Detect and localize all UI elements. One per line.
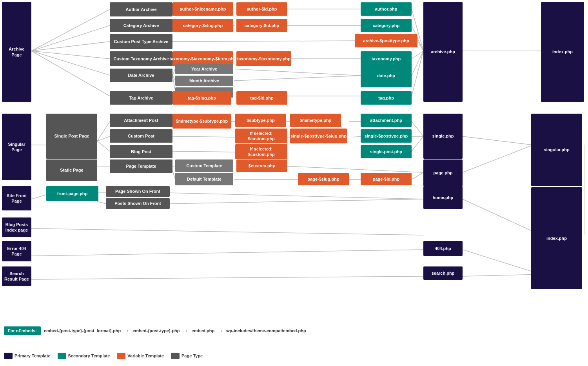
archive-page-node: Archive Page [2, 2, 31, 102]
svg-line-30 [97, 136, 110, 141]
single-posttype-slug-node: single-$posttype-$slug.php [290, 129, 347, 143]
embed-item-2: embed-{post-type}.php [132, 328, 180, 333]
svg-line-46 [286, 166, 423, 172]
attachment-post-node: Attachment Post [110, 114, 172, 127]
custom-template-node: Custom Template [175, 159, 233, 172]
svg-line-13 [417, 41, 423, 51]
singular-php-node: singular.php [531, 114, 582, 186]
legend-page-type-box [171, 353, 180, 359]
author-archive-node: Author Archive [110, 2, 172, 16]
default-template-node: Default Template [175, 173, 233, 185]
svg-line-49 [412, 172, 423, 179]
date-php-node: date.php [361, 64, 412, 87]
svg-line-31 [97, 141, 110, 151]
custom-php-node: $custom.php [236, 159, 287, 172]
embed-label: For oEmbeds: [4, 326, 41, 335]
php-404-node: 404.php [423, 241, 463, 256]
page-template-node: Page Template [110, 159, 172, 173]
legend-secondary-label: Secondary Template [68, 353, 110, 358]
category-slug-node: category-$slug.php [172, 19, 233, 32]
legend-primary: Primary Template [4, 353, 51, 359]
embed-arrow-1: → [124, 328, 129, 334]
svg-line-44 [172, 170, 175, 179]
home-php-node: home.php [423, 186, 463, 209]
mime-subtype-node: $mimetype-$subtype.php [172, 114, 231, 129]
if-selected-custom2-node: If selected: $custom.php [235, 144, 287, 159]
svg-line-0 [31, 9, 110, 51]
svg-line-63 [463, 274, 541, 276]
svg-line-16 [412, 51, 423, 59]
author-id-node: author-$id.php [236, 2, 287, 16]
svg-line-50 [463, 136, 533, 145]
svg-line-40 [172, 151, 235, 152]
legend-variable-label: Variable Template [127, 353, 164, 358]
taxonomy-tax-node: taxonomy-$taxonomy.php [236, 51, 291, 66]
legend-primary-box [4, 353, 13, 359]
single-posttype-node: single-$posttype.php [361, 129, 412, 143]
svg-line-51 [463, 145, 533, 172]
legend-variable-box [117, 353, 125, 359]
mimetype-php-node: $mimetype.php [290, 114, 341, 127]
legend-page-type-label: Page Type [181, 353, 203, 358]
tag-php-node: tag.php [361, 91, 412, 105]
svg-line-25 [412, 51, 423, 96]
category-archive-node: Category Archive [110, 19, 172, 32]
attachment-php-node: attachment.php [361, 114, 412, 127]
svg-line-19 [172, 75, 175, 91]
single-post-php-node: single-post.php [361, 145, 412, 158]
tag-slug-node: tag-$slug.php [172, 91, 231, 105]
error-404-node: Error 404 Page [2, 241, 31, 261]
author-nicename-node: author-$nicename.php [172, 2, 233, 16]
page-php-node: page.php [423, 159, 463, 186]
page-shown-front-node: Page Shown On Front [106, 186, 170, 197]
blog-post-node: Blog Post [110, 145, 172, 158]
legend-secondary: Secondary Template [58, 353, 110, 359]
year-archive-node: Year Archive [175, 64, 233, 74]
search-php-node: search.php [423, 266, 463, 280]
embed-item-1: embed-{post-type}-{post_format}.php [44, 328, 121, 333]
single-php-node: single.php [423, 114, 463, 159]
svg-line-59 [31, 228, 423, 235]
svg-line-1 [31, 25, 110, 51]
tag-archive-node: Tag Archive [110, 91, 172, 105]
date-archive-node: Date Archive [110, 69, 172, 82]
archive-php-node: archive.php [423, 2, 463, 102]
embed-arrow-3: → [218, 328, 223, 334]
custom-post-node: Custom Post [110, 129, 172, 143]
singular-page-node: Singular Page [2, 114, 31, 180]
svg-line-5 [31, 51, 110, 96]
svg-line-53 [31, 195, 46, 199]
svg-line-3 [31, 51, 110, 59]
diagram-container: Archive Page Author Archive author-$nice… [0, 0, 588, 366]
embed-item-4: wp-includes/theme-compat/embed.php [226, 328, 306, 333]
category-id-node: category-$id.php [236, 19, 287, 32]
legend: Primary Template Secondary Template Vari… [4, 353, 203, 359]
embed-bar: For oEmbeds: embed-{post-type}-{post_for… [4, 325, 306, 337]
svg-line-4 [31, 51, 110, 75]
if-selected-custom-node: If selected: $custom.php [235, 129, 287, 143]
site-front-page-node: Site Front Page [2, 186, 31, 210]
legend-secondary-box [58, 353, 66, 359]
svg-line-58 [463, 199, 541, 235]
svg-line-20 [234, 69, 361, 76]
svg-line-62 [31, 276, 423, 279]
svg-line-36 [172, 136, 235, 137]
subtype-php-node: $subtype.php [235, 114, 286, 127]
month-archive-node: Month Archive [175, 76, 233, 86]
svg-line-56 [169, 193, 423, 199]
static-page-node: Static Page [46, 159, 97, 181]
legend-variable: Variable Template [117, 353, 164, 359]
index-php-main-node: index.php [541, 2, 584, 102]
author-php-node: author.php [361, 2, 412, 16]
search-result-node: Search Result Page [2, 266, 31, 286]
custom-post-type-archive-node: Custom Post Type Archive [110, 34, 172, 49]
embed-arrow-2: → [183, 328, 189, 334]
svg-line-29 [97, 121, 110, 141]
front-page-php-node: front-page.php [46, 186, 98, 201]
svg-line-35 [412, 121, 423, 136]
svg-line-21 [234, 76, 361, 81]
svg-line-41 [412, 136, 423, 151]
svg-line-22 [412, 51, 423, 76]
archive-posttype-node: archive-$posttype.php [355, 34, 417, 47]
connector-lines [0, 0, 588, 366]
